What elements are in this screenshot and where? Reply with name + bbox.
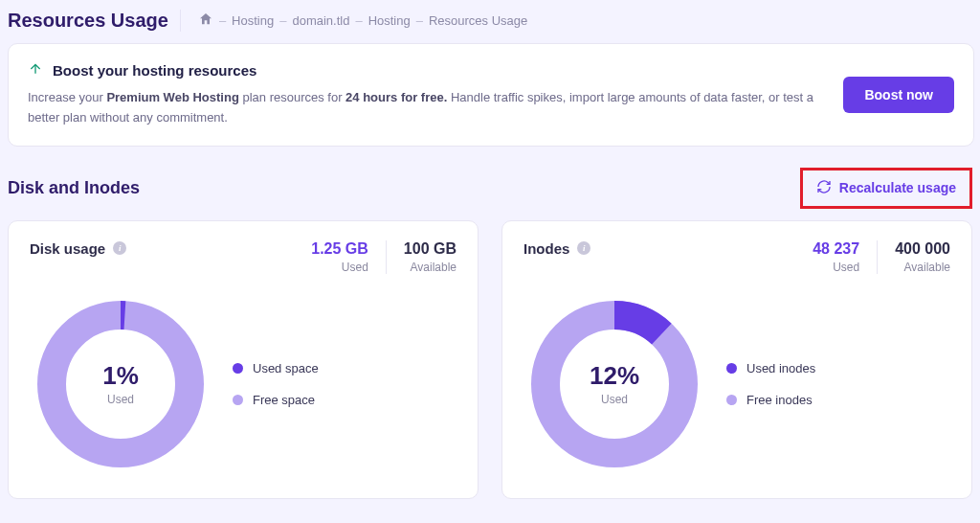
inodes-donut: 12% Used [523, 293, 705, 475]
inodes-card: Inodes 48 237 Used 400 000 Available [501, 220, 972, 499]
inodes-available-stat: 400 000 Available [877, 240, 950, 274]
legend-item-free: Free inodes [726, 393, 815, 407]
legend-dot-icon [233, 363, 243, 374]
breadcrumb-item[interactable]: Hosting [232, 13, 274, 28]
boost-now-button[interactable]: Boost now [843, 77, 954, 113]
arrow-up-icon [28, 61, 43, 80]
breadcrumb-item: Resources Usage [429, 13, 527, 28]
section-title: Disk and Inodes [8, 178, 140, 198]
inodes-legend: Used inodes Free inodes [726, 361, 815, 407]
section-header: Disk and Inodes Recalculate usage [8, 168, 972, 209]
home-icon[interactable] [198, 11, 213, 30]
metric-cards-row: Disk usage 1.25 GB Used 100 GB Available [8, 220, 972, 499]
legend-item-free: Free space [233, 393, 319, 407]
info-icon[interactable] [113, 241, 126, 255]
disk-available-stat: 100 GB Available [386, 240, 457, 274]
disk-used-stat: 1.25 GB Used [294, 240, 386, 274]
boost-description: Increase your Premium Web Hosting plan r… [28, 87, 824, 128]
legend-dot-icon [726, 395, 737, 405]
refresh-icon [816, 179, 832, 197]
inodes-used-stat: 48 237 Used [795, 240, 877, 274]
info-icon[interactable] [577, 241, 590, 255]
boost-card: Boost your hosting resources Increase yo… [8, 43, 974, 147]
breadcrumb-item[interactable]: domain.tld [292, 13, 349, 28]
inodes-title: Inodes [523, 240, 590, 257]
legend-dot-icon [233, 395, 243, 405]
disk-percent: 1% [102, 361, 139, 391]
legend-dot-icon [726, 363, 737, 374]
breadcrumb: – Hosting – domain.tld – Hosting – Resou… [198, 11, 527, 30]
recalculate-usage-button[interactable]: Recalculate usage [809, 173, 964, 203]
recalculate-highlight: Recalculate usage [800, 168, 972, 209]
legend-item-used: Used inodes [726, 361, 815, 375]
page-title: Resources Usage [8, 10, 181, 32]
disk-usage-donut: 1% Used [30, 293, 212, 475]
page-header: Resources Usage – Hosting – domain.tld –… [6, 0, 974, 43]
disk-usage-title: Disk usage [30, 240, 126, 257]
disk-legend: Used space Free space [233, 361, 319, 407]
inodes-percent: 12% [590, 361, 639, 391]
legend-item-used: Used space [233, 361, 319, 375]
breadcrumb-item[interactable]: Hosting [368, 13, 411, 28]
disk-usage-card: Disk usage 1.25 GB Used 100 GB Available [8, 220, 479, 499]
boost-headline: Boost your hosting resources [28, 61, 824, 80]
